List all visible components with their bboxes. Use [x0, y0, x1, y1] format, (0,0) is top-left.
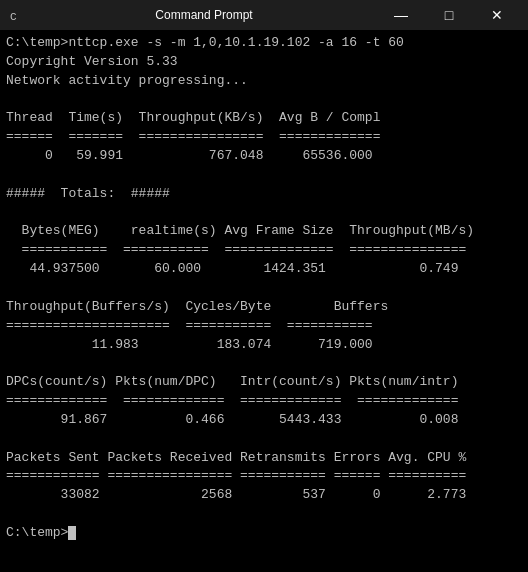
terminal-output: C:\temp>nttcp.exe -s -m 1,0,10.1.19.102 … — [0, 30, 528, 547]
terminal-line: C:\temp> — [6, 525, 68, 540]
title-bar: C Command Prompt — □ ✕ — [0, 0, 528, 30]
terminal-line: ##### Totals: ##### — [6, 186, 170, 201]
terminal-line: Copyright Version 5.33 — [6, 54, 178, 69]
terminal-line: ====== ======= ================ ========… — [6, 129, 380, 144]
window: C Command Prompt — □ ✕ C:\temp>nttcp.exe… — [0, 0, 528, 547]
window-controls: — □ ✕ — [378, 0, 520, 30]
terminal-line: Bytes(MEG) realtime(s) Avg Frame Size Th… — [6, 223, 474, 238]
terminal-line: Thread Time(s) Throughput(KB/s) Avg B / … — [6, 110, 380, 125]
terminal-line: 91.867 0.466 5443.433 0.008 — [6, 412, 458, 427]
terminal-line: ============ ================ ==========… — [6, 468, 466, 483]
terminal-line: 11.983 183.074 719.000 — [6, 337, 373, 352]
terminal-line: =========== =========== ============== =… — [6, 242, 466, 257]
terminal-line: Throughput(Buffers/s) Cycles/Byte Buffer… — [6, 299, 388, 314]
terminal-line: 33082 2568 537 0 2.773 — [6, 487, 466, 502]
terminal-line: 0 59.991 767.048 65536.000 — [6, 148, 373, 163]
terminal-line: ===================== =========== ======… — [6, 318, 373, 333]
terminal-line: C:\temp>nttcp.exe -s -m 1,0,10.1.19.102 … — [6, 35, 404, 50]
window-title: Command Prompt — [30, 8, 378, 22]
terminal-line: Packets Sent Packets Received Retransmit… — [6, 450, 466, 465]
svg-text:C: C — [10, 11, 17, 23]
terminal-line: 44.937500 60.000 1424.351 0.749 — [6, 261, 458, 276]
terminal-line: ============= ============= ============… — [6, 393, 458, 408]
close-button[interactable]: ✕ — [474, 0, 520, 30]
maximize-button[interactable]: □ — [426, 0, 472, 30]
terminal-line: Network activity progressing... — [6, 73, 248, 88]
minimize-button[interactable]: — — [378, 0, 424, 30]
cursor — [68, 526, 76, 540]
terminal-line: DPCs(count/s) Pkts(num/DPC) Intr(count/s… — [6, 374, 458, 389]
app-icon: C — [8, 7, 24, 23]
